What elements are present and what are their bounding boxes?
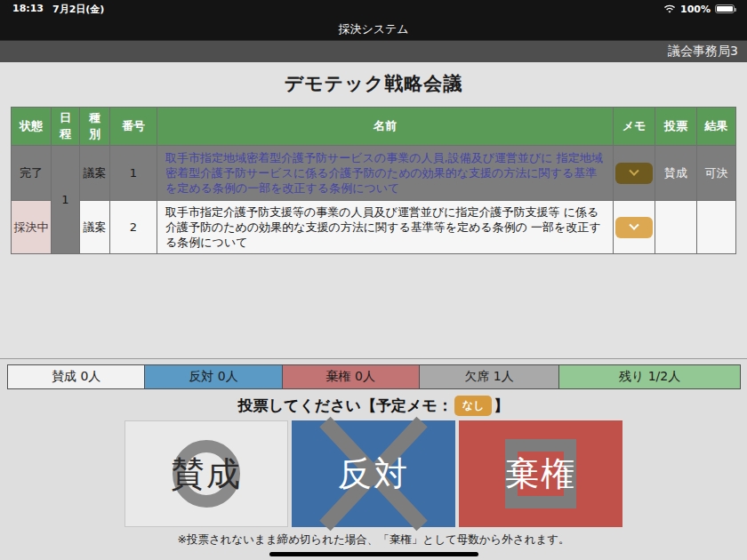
- summary-remaining: 残り 1/2人: [558, 364, 741, 389]
- number-cell: 2: [110, 201, 157, 254]
- table-header-row: 状態 日程 種別 番号 名前 メモ 投票 結果: [12, 108, 736, 146]
- ios-status-bar: 18:13 7月2日(金) 100%: [0, 0, 747, 18]
- status-cell: 完了: [12, 146, 52, 201]
- header-result: 結果: [697, 108, 736, 146]
- chevron-down-icon: [629, 165, 639, 175]
- vote-cell: [655, 201, 697, 254]
- vote-oppose-button[interactable]: 反対: [292, 420, 455, 527]
- header-number: 番号: [110, 108, 157, 146]
- agenda-table: 状態 日程 種別 番号 名前 メモ 投票 結果 完了 1 議案 1 取手市指定地…: [11, 107, 736, 254]
- agenda-name-cell: 取手市指定地域密着型介護予防サービスの事業の人員,設備及び運営並びに 指定地域密…: [157, 146, 614, 201]
- memo-badge: なし: [454, 396, 493, 416]
- type-cell: 議案: [80, 201, 110, 254]
- vote-note: ※投票されないまま締め切られた場合、「棄権」として母数から外されます。: [0, 532, 747, 548]
- vote-buttons-row: 賛成 反対 棄権: [0, 420, 747, 527]
- nav-bar: 採決システム: [0, 18, 747, 40]
- clock-label: 18:13: [12, 3, 44, 16]
- prompt-prefix: 投票してください【予定メモ：: [238, 396, 453, 416]
- table-row-in-vote: 採決中 議案 2 取手市指定介護予防支援等の事業の人員及び運営並びに指定介護予防…: [12, 201, 736, 254]
- vote-prompt: 投票してください【予定メモ： なし 】: [0, 396, 747, 416]
- page-title: デモテック戦略会議: [0, 71, 747, 96]
- home-indicator[interactable]: [269, 552, 478, 556]
- account-label: 議会事務局3: [668, 44, 738, 60]
- vote-cell: 賛成: [655, 146, 697, 201]
- battery-icon: [715, 4, 735, 13]
- summary-absent: 欠席 1人: [419, 364, 559, 389]
- voting-panel: 賛成 0人 反対 0人 棄権 0人 欠席 1人 残り 1/2人 投票してください…: [0, 358, 747, 560]
- chevron-down-icon: [629, 220, 639, 229]
- result-cell: 可決: [697, 146, 736, 201]
- agenda-name-cell: 取手市指定介護予防支援等の事業の人員及び運営並びに指定介護予防支援等 に係る介護…: [157, 201, 614, 254]
- app-title: 採決システム: [338, 21, 408, 37]
- sub-header: 議会事務局3: [0, 40, 747, 62]
- header-memo: メモ: [614, 108, 655, 146]
- header-vote: 投票: [655, 108, 697, 146]
- vote-abstain-button[interactable]: 棄権: [459, 420, 622, 527]
- wifi-icon: [663, 4, 676, 14]
- battery-percent-label: 100%: [680, 4, 711, 15]
- summary-approve: 賛成 0人: [7, 364, 145, 389]
- header-type: 種別: [80, 108, 110, 146]
- memo-dropdown-button[interactable]: [615, 163, 653, 184]
- status-cell: 採決中: [12, 201, 52, 254]
- prompt-suffix: 】: [494, 396, 509, 416]
- date-label: 7月2日(金): [52, 3, 104, 16]
- type-cell: 議案: [80, 146, 110, 201]
- header-status: 状態: [12, 108, 52, 146]
- memo-dropdown-button[interactable]: [615, 217, 653, 238]
- memo-cell: [614, 146, 655, 201]
- result-cell: [697, 201, 736, 254]
- agenda-name-link[interactable]: 取手市指定地域密着型介護予防サービスの事業の人員,設備及び運営並びに 指定地域密…: [165, 151, 603, 195]
- summary-abstain: 棄権 0人: [282, 364, 420, 389]
- vote-approve-button[interactable]: 賛成: [124, 420, 288, 527]
- header-schedule: 日程: [52, 108, 80, 146]
- vote-summary-bar: 賛成 0人 反対 0人 棄権 0人 欠席 1人 残り 1/2人: [7, 364, 740, 389]
- table-row-completed: 完了 1 議案 1 取手市指定地域密着型介護予防サービスの事業の人員,設備及び運…: [12, 146, 736, 201]
- main-content: デモテック戦略会議 状態 日程 種別 番号 名前 メモ 投票 結果 完了 1 議…: [0, 62, 747, 358]
- memo-cell: [614, 201, 655, 254]
- schedule-cell: 1: [52, 146, 80, 254]
- summary-oppose: 反対 0人: [144, 364, 282, 389]
- number-cell: 1: [110, 146, 157, 201]
- header-name: 名前: [157, 108, 614, 146]
